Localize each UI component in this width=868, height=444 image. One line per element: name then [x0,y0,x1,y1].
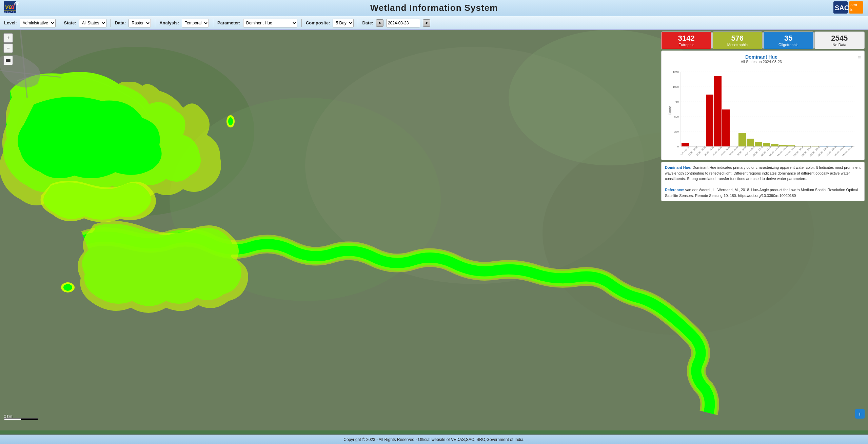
ref-text: van der Woerd , H, Wernand, M., 2018. Hu… [665,188,858,198]
svg-text:ISRO: ISRO [850,3,857,7]
svg-text:Count: Count [668,106,672,115]
svg-text:1000: 1000 [673,85,679,88]
chart-header: Dominant Hue All States on 2024-03-23 ≡ [665,54,861,64]
info-text: Dominant Hue indicates primary color cha… [665,165,861,181]
svg-text:750: 750 [674,100,679,103]
chart-subtitle: All States on 2024-03-23 [665,60,858,64]
svg-text:AS: AS [14,2,19,5]
nodata-card: 2545 No Data [814,32,865,49]
svg-rect-46 [722,109,730,146]
svg-rect-52 [771,144,778,146]
composite-select[interactable]: 5 Day [333,19,354,27]
level-select[interactable]: Administrative [20,19,56,27]
ref-title-bold: Reference: [665,188,684,192]
svg-text:500: 500 [674,115,679,118]
date-prev-button[interactable]: < [376,19,383,27]
data-select[interactable]: Raster [129,19,151,27]
svg-text:1250: 1250 [673,70,679,74]
date-next-button[interactable]: > [423,19,430,27]
zoom-in-button[interactable]: + [3,33,13,43]
level-label: Level: [4,20,17,25]
svg-text:SAC: SAC [835,4,849,12]
oligotrophic-label: Oligotrophic [766,43,811,47]
nodata-label: No Data [817,43,862,47]
eutrophic-card: 3142 Eutrophic [661,32,712,49]
map-controls: + − [3,33,13,65]
svg-rect-25 [6,61,11,62]
footer: Copyright © 2023 - All Rights Reserved -… [0,435,868,444]
info-title: Dominant Hue: [665,165,691,169]
svg-text:VEDAS: VEDAS [5,11,15,13]
stats-cards: 3142 Eutrophic 576 Mesotrophic 35 Oligot… [661,32,865,49]
vedas-logo: ve d AS VEDAS [4,1,29,15]
nodata-count: 2545 [817,34,862,43]
analysis-label: Analysis: [159,20,179,25]
scale-line [4,418,38,420]
state-select[interactable]: All States [79,19,106,27]
info-box: Dominant Hue: Dominant Hue indicates pri… [661,162,865,201]
mesotrophic-label: Mesotrophic [715,43,760,47]
svg-rect-48 [738,133,746,146]
analysis-select[interactable]: Temporal [182,19,209,27]
data-label: Data: [115,20,126,25]
stats-panel: 3142 Eutrophic 576 Mesotrophic 35 Oligot… [661,32,865,201]
map-container[interactable]: + − 3142 Eutrophic 576 Mesotrophic 35 Ol… [0,30,868,430]
svg-point-20 [63,284,72,291]
info-button[interactable]: i [855,409,865,419]
toolbar: Level: Administrative State: All States … [0,16,868,30]
svg-rect-44 [706,95,713,146]
page-title: Wetland Information System [370,3,498,13]
parameter-label: Parameter: [217,20,240,25]
composite-label: Composite: [306,20,330,25]
svg-rect-49 [747,139,754,146]
svg-rect-50 [755,142,762,146]
svg-point-18 [228,117,233,125]
chart-area: Count 0 250 500 [665,65,861,157]
oligotrophic-count: 35 [766,34,811,43]
date-input[interactable] [386,19,420,27]
svg-text:250: 250 [674,130,679,133]
chart-svg: Count 0 250 500 [665,65,861,157]
svg-text:🛰: 🛰 [850,8,853,12]
date-label: Date: [362,20,373,25]
eutrophic-count: 3142 [664,34,709,43]
oligotrophic-card: 35 Oligotrophic [763,32,814,49]
svg-rect-45 [714,76,722,146]
chart-panel: Dominant Hue All States on 2024-03-23 ≡ … [661,51,865,160]
svg-rect-24 [6,60,11,61]
mesotrophic-count: 576 [715,34,760,43]
footer-text: Copyright © 2023 - All Rights Reserved -… [343,437,525,442]
zoom-out-button[interactable]: − [3,43,13,53]
parameter-select[interactable]: Dominent Hue [243,19,297,27]
layers-button[interactable] [3,56,13,65]
eutrophic-label: Eutrophic [664,43,709,47]
state-label: State: [64,20,76,25]
ref-title: Reference: [665,188,684,192]
logo-left: ve d AS VEDAS [4,1,31,14]
svg-text:0: 0 [677,145,679,148]
chart-title: Dominant Hue [665,54,858,60]
scale-bar: 2 km [4,414,38,420]
svg-rect-23 [6,59,11,60]
info-title-bold: Dominant Hue: [665,165,691,169]
chart-menu-button[interactable]: ≡ [858,54,861,60]
svg-rect-41 [682,143,689,146]
svg-rect-51 [763,143,770,146]
logo-right: SAC ISRO 🛰 [833,1,864,14]
mesotrophic-card: 576 Mesotrophic [712,32,763,49]
header: ve d AS VEDAS Wetland Information System… [0,0,868,16]
scale-text: 2 km [4,414,12,418]
